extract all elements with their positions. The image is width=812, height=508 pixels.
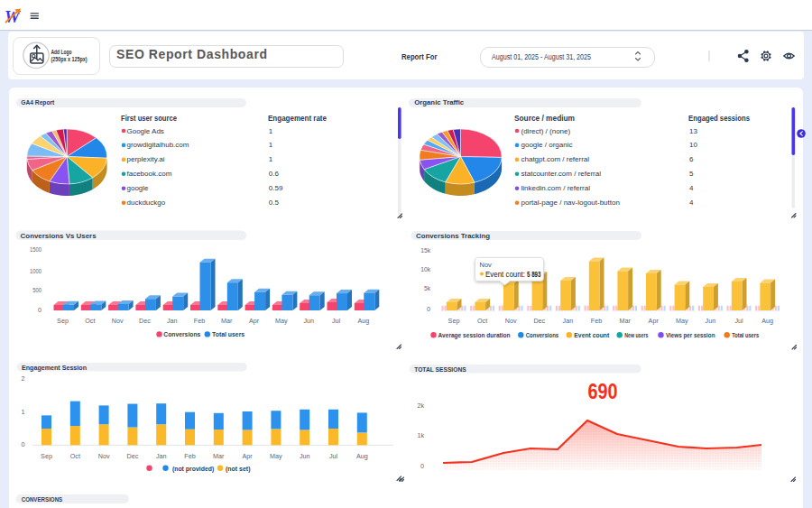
svg-text:0.59: 0.59 (269, 184, 283, 192)
svg-text:Conversions: Conversions (163, 330, 200, 338)
svg-text:0.5: 0.5 (269, 199, 280, 207)
svg-text:Event count: Event count (574, 331, 609, 339)
svg-text:(direct) / (none): (direct) / (none) (521, 127, 571, 135)
svg-text:Conversions Tracking: Conversions Tracking (416, 232, 490, 240)
svg-text:Aug: Aug (356, 452, 368, 460)
svg-text:1: 1 (269, 127, 273, 135)
svg-text:May: May (270, 452, 282, 460)
svg-text:5 893: 5 893 (527, 270, 541, 279)
svg-text:May: May (676, 317, 688, 325)
svg-text:5k: 5k (424, 284, 430, 292)
svg-text:Apr: Apr (649, 317, 660, 325)
svg-text:13: 13 (689, 127, 697, 135)
svg-text:CONVERSIONS: CONVERSIONS (22, 495, 63, 503)
svg-text:Total users: Total users (212, 330, 245, 338)
svg-text:10k: 10k (420, 265, 430, 273)
svg-text:(not set): (not set) (226, 465, 251, 473)
svg-text:Jul: Jul (329, 452, 338, 460)
svg-text:Event count:: Event count: (485, 270, 525, 279)
svg-text:Mar: Mar (213, 452, 225, 460)
svg-text:Nov: Nov (480, 261, 493, 269)
svg-text:Conversions: Conversions (526, 331, 559, 339)
svg-text:500: 500 (32, 286, 42, 294)
svg-text:Jan: Jan (167, 317, 178, 325)
svg-text:Nov: Nov (98, 452, 110, 460)
svg-text:Total users: Total users (732, 331, 759, 339)
svg-text:(not provided): (not provided) (172, 465, 215, 473)
svg-text:Apr: Apr (243, 452, 254, 460)
svg-text:Conversions Vs Users: Conversions Vs Users (21, 232, 97, 240)
svg-text:Jun: Jun (706, 317, 716, 325)
svg-text:2: 2 (22, 374, 25, 383)
svg-text:0: 0 (427, 305, 430, 313)
svg-text:Source / medium: Source / medium (514, 113, 575, 123)
svg-text:5: 5 (689, 170, 694, 178)
svg-text:Nov: Nov (505, 317, 517, 325)
svg-text:15k: 15k (420, 246, 430, 254)
svg-text:1: 1 (269, 155, 273, 163)
svg-text:1: 1 (22, 408, 25, 416)
svg-text:TOTAL SESSIONS: TOTAL SESSIONS (414, 365, 466, 374)
svg-text:Jun: Jun (303, 317, 314, 325)
svg-text:Engagement Session: Engagement Session (22, 364, 87, 372)
svg-text:4: 4 (689, 184, 694, 192)
svg-text:Jan: Jan (563, 317, 574, 325)
svg-text:Sep: Sep (41, 452, 52, 460)
svg-text:Engaged sessions: Engaged sessions (688, 113, 750, 123)
svg-text:690: 690 (588, 379, 618, 403)
svg-text:Nov: Nov (112, 317, 124, 325)
svg-text:0: 0 (38, 306, 42, 314)
svg-text:google / organic: google / organic (521, 141, 573, 149)
svg-text:First user source: First user source (121, 113, 177, 123)
svg-text:Organic Traffic: Organic Traffic (414, 98, 465, 106)
svg-text:May: May (275, 317, 288, 325)
svg-text:Mar: Mar (619, 317, 631, 325)
svg-text:Jul: Jul (734, 317, 743, 325)
svg-text:GA4 Report: GA4 Report (21, 98, 54, 106)
svg-text:Sep: Sep (448, 317, 460, 325)
svg-text:1k: 1k (417, 431, 424, 439)
svg-text:Engagement rate: Engagement rate (268, 113, 327, 123)
svg-text:linkedin.com / referral: linkedin.com / referral (521, 184, 591, 192)
svg-text:1500: 1500 (30, 245, 42, 254)
svg-text:Apr: Apr (249, 317, 260, 325)
svg-text:statcounter.com / referral: statcounter.com / referral (521, 170, 602, 178)
svg-text:0: 0 (22, 440, 25, 448)
svg-text:Dec: Dec (139, 317, 151, 325)
svg-text:Jun: Jun (300, 452, 310, 460)
svg-text:Feb: Feb (591, 317, 602, 325)
svg-text:chatgpt.com / referral: chatgpt.com / referral (521, 155, 590, 163)
svg-text:Jul: Jul (332, 317, 341, 325)
svg-text:4: 4 (689, 199, 694, 207)
svg-text:Mar: Mar (221, 317, 233, 325)
svg-text:duckduckgo: duckduckgo (127, 199, 166, 207)
svg-text:0.6: 0.6 (269, 170, 280, 178)
svg-text:Dec: Dec (533, 317, 545, 325)
svg-text:perplexity.ai: perplexity.ai (127, 155, 165, 163)
svg-text:growdigitalhub.com: growdigitalhub.com (127, 141, 189, 149)
svg-text:Sep: Sep (57, 317, 69, 325)
svg-text:Google Ads: Google Ads (127, 127, 164, 135)
svg-text:Jan: Jan (156, 452, 167, 460)
svg-text:Aug: Aug (761, 317, 773, 325)
svg-text:0: 0 (420, 462, 424, 470)
svg-text:2k: 2k (417, 402, 424, 410)
svg-text:Average session duration: Average session duration (438, 331, 511, 339)
svg-text:facebook.com: facebook.com (127, 170, 172, 178)
svg-text:Aug: Aug (357, 317, 369, 325)
svg-text:Oct: Oct (85, 317, 95, 325)
svg-text:Oct: Oct (70, 452, 80, 460)
svg-text:Dec: Dec (127, 452, 139, 460)
svg-text:10: 10 (689, 141, 697, 149)
svg-text:6: 6 (689, 155, 694, 163)
svg-text:Views per session: Views per session (666, 331, 715, 339)
svg-text:Oct: Oct (477, 317, 487, 325)
svg-text:portal-page / nav-logout-butto: portal-page / nav-logout-button (521, 199, 620, 207)
svg-text:New users: New users (624, 331, 648, 339)
svg-text:google: google (127, 184, 150, 192)
svg-text:Feb: Feb (184, 452, 195, 460)
svg-text:1: 1 (269, 141, 273, 149)
svg-text:Feb: Feb (194, 317, 205, 325)
svg-text:1000: 1000 (30, 267, 42, 275)
